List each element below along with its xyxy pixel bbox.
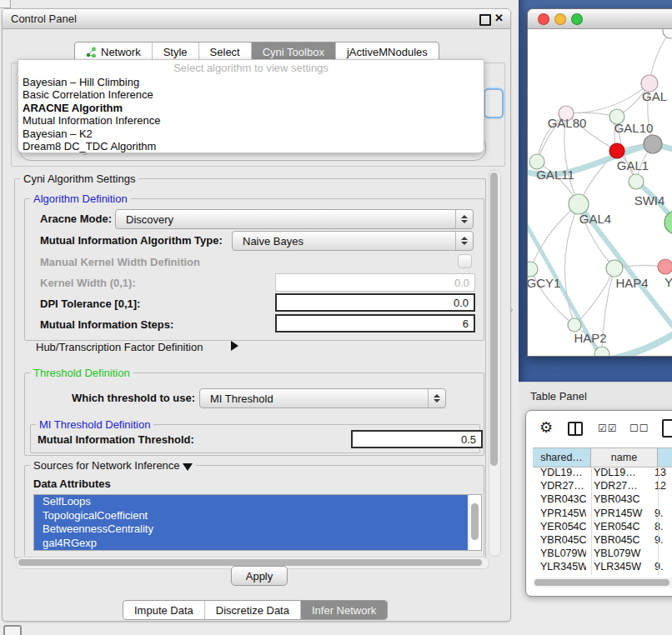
minimized-panel-icon[interactable] bbox=[3, 625, 22, 635]
tab-cyni-toolbox[interactable]: Cyni Toolbox bbox=[252, 42, 336, 61]
table-row[interactable]: YDL19…YDL19…13 bbox=[533, 466, 672, 479]
network-node-swi4[interactable] bbox=[629, 174, 644, 189]
table-cell[interactable]: YER054C bbox=[533, 520, 586, 533]
table-cell[interactable]: YBR045C bbox=[586, 533, 647, 547]
table-cell[interactable]: YLR345W bbox=[586, 560, 647, 573]
table-cell[interactable] bbox=[647, 547, 672, 560]
settings-vertical-scrollbar[interactable] bbox=[489, 170, 501, 557]
algorithm-option-bayesian-hill-climbing[interactable]: Bayesian – Hill Climbing bbox=[18, 76, 484, 88]
tab-jactivemnodules[interactable]: jActiveMNodules bbox=[336, 42, 439, 61]
data-attributes-list[interactable]: SelfLoopsTopologicalCoefficientBetweenne… bbox=[33, 494, 482, 551]
split-columns-icon[interactable] bbox=[568, 422, 583, 436]
dpi-tolerance-field[interactable]: 0.0 bbox=[275, 293, 475, 312]
collapse-arrow-icon[interactable] bbox=[183, 463, 193, 471]
attribute-item-gal4rgexp[interactable]: gal4RGexp bbox=[34, 537, 481, 551]
network-node-node-salmon[interactable] bbox=[658, 259, 672, 274]
table-cell[interactable]: YLR345W bbox=[533, 560, 586, 573]
tab-style[interactable]: Style bbox=[153, 42, 199, 61]
table-cell[interactable]: YBR045C bbox=[533, 533, 586, 547]
network-window-titlebar[interactable] bbox=[528, 9, 672, 29]
zoom-light[interactable] bbox=[571, 13, 583, 25]
table-cell[interactable]: YDR27… bbox=[586, 479, 647, 492]
tab-network[interactable]: Network bbox=[75, 42, 153, 61]
network-node-node-big-green[interactable] bbox=[664, 211, 672, 234]
scrollbar-thumb[interactable] bbox=[18, 559, 482, 566]
network-node-hap2[interactable] bbox=[568, 318, 581, 332]
algorithm-option-dream8-dc-tdc-algorithm[interactable]: Dream8 DC_TDC Algorithm bbox=[18, 140, 484, 152]
table-cell[interactable]: 12 bbox=[647, 479, 672, 492]
table-cell[interactable]: 8. bbox=[647, 520, 672, 533]
network-edge[interactable] bbox=[530, 204, 579, 269]
scrollbar-thumb[interactable] bbox=[534, 579, 669, 586]
algorithm-option-bayesian-k2[interactable]: Bayesian – K2 bbox=[18, 128, 484, 140]
table-cell[interactable]: YBL079W bbox=[533, 547, 586, 560]
apply-button[interactable]: Apply bbox=[231, 566, 288, 586]
collapsed-corner-tab[interactable] bbox=[0, 0, 11, 8]
minimize-light[interactable] bbox=[554, 13, 566, 25]
network-edge-thick[interactable] bbox=[636, 182, 672, 241]
table-cell[interactable]: YBL079W bbox=[586, 547, 647, 560]
table-cell[interactable]: 9 bbox=[647, 574, 672, 576]
table-cell[interactable]: YER054C bbox=[586, 520, 647, 533]
table-row[interactable]: YLR345WYLR345W9. bbox=[533, 560, 672, 573]
kernel-width-field[interactable]: 0.0 bbox=[275, 273, 475, 292]
aracne-mode-combo[interactable]: Discovery bbox=[115, 209, 474, 229]
table-cell[interactable]: 9. bbox=[647, 533, 672, 547]
table-cell[interactable]: YPR145W bbox=[533, 507, 586, 520]
expand-arrow-icon[interactable] bbox=[231, 341, 238, 351]
manual-kernel-width-checkbox[interactable] bbox=[458, 254, 472, 268]
attribute-item-topologicalcoefficient[interactable]: TopologicalCoefficient bbox=[34, 509, 481, 523]
list-scrollbar[interactable] bbox=[469, 495, 481, 550]
tab-infer-network[interactable]: Infer Network bbox=[301, 601, 387, 619]
table-cell[interactable]: YBR043C bbox=[586, 492, 647, 506]
network-node-node-gray[interactable] bbox=[644, 135, 662, 153]
network-node-node-top[interactable] bbox=[663, 29, 672, 38]
network-edge[interactable] bbox=[574, 268, 614, 325]
column-header-a[interactable]: A bbox=[658, 448, 672, 467]
attribute-item-betweennesscentrality[interactable]: BetweennessCentrality bbox=[34, 522, 481, 537]
tab-discretize-data[interactable]: Discretize Data bbox=[205, 601, 301, 619]
which-threshold-combo[interactable]: MI Threshold bbox=[199, 388, 446, 408]
table-cell[interactable]: YDL19… bbox=[533, 466, 586, 479]
algorithm-option-mutual-information-inference[interactable]: Mutual Information Inference bbox=[18, 114, 484, 127]
scrollbar-thumb[interactable] bbox=[490, 172, 498, 466]
algorithm-option-aracne-algorithm[interactable]: ARACNE Algorithm bbox=[18, 102, 484, 114]
network-edge[interactable] bbox=[566, 83, 649, 113]
table-horizontal-scrollbar[interactable] bbox=[533, 578, 672, 588]
table-cell[interactable]: 9. bbox=[647, 560, 672, 573]
table-row[interactable]: YPR145WYPR145W9. bbox=[533, 507, 672, 520]
float-icon[interactable] bbox=[479, 14, 491, 26]
algorithm-option-basic-correlation-inference[interactable]: Basic Correlation Inference bbox=[18, 88, 484, 101]
table-cell[interactable]: YIL052C bbox=[586, 574, 647, 576]
new-column-icon[interactable] bbox=[662, 419, 672, 438]
mi-algorithm-type-combo[interactable]: Naive Bayes bbox=[232, 231, 474, 251]
tab-impute-data[interactable]: Impute Data bbox=[123, 601, 205, 619]
close-icon[interactable]: ✕ bbox=[494, 12, 504, 24]
table-cell[interactable]: YBR043C bbox=[533, 492, 586, 506]
table-cell[interactable]: YIL052C bbox=[533, 574, 586, 576]
splitter-handle[interactable]: › bbox=[510, 305, 513, 314]
unchecked-pair-icon[interactable]: ☐☐ bbox=[629, 422, 649, 434]
table-row[interactable]: YBR043CYBR043C bbox=[533, 492, 672, 506]
checked-pair-icon[interactable]: ☑☑ bbox=[598, 422, 618, 434]
network-node-hap4[interactable] bbox=[606, 260, 623, 277]
mi-steps-field[interactable]: 6 bbox=[275, 314, 475, 332]
table-cell[interactable]: YDR27… bbox=[533, 479, 586, 492]
table-cell[interactable] bbox=[647, 492, 672, 506]
network-canvas[interactable]: GALGAL80GAL10GAL1GAL11SWI4GAL4GCY1HAP4YH… bbox=[528, 29, 672, 356]
table-cell[interactable]: YPR145W bbox=[586, 507, 647, 520]
table-row[interactable]: YBL079WYBL079W bbox=[533, 547, 672, 560]
table-row[interactable]: YIL052CYIL052C9 bbox=[533, 574, 672, 576]
network-edge-thick[interactable] bbox=[601, 312, 672, 356]
column-header-shared[interactable]: shared… bbox=[533, 448, 591, 467]
table-cell[interactable]: YDL19… bbox=[586, 466, 647, 479]
table-row[interactable]: YBR045CYBR045C9. bbox=[533, 533, 672, 547]
table-cell[interactable]: 13 bbox=[647, 466, 672, 479]
table-row[interactable]: YDR27…YDR27…12 bbox=[533, 479, 672, 492]
attribute-item-selfloops[interactable]: SelfLoops bbox=[34, 495, 481, 509]
network-node-gal1[interactable] bbox=[609, 143, 624, 158]
network-node-gcy1[interactable] bbox=[528, 262, 538, 277]
control-panel-titlebar[interactable]: Control Panel ✕ bbox=[3, 9, 510, 29]
table-row[interactable]: YER054CYER054C8. bbox=[533, 520, 672, 533]
close-light[interactable] bbox=[538, 13, 549, 25]
